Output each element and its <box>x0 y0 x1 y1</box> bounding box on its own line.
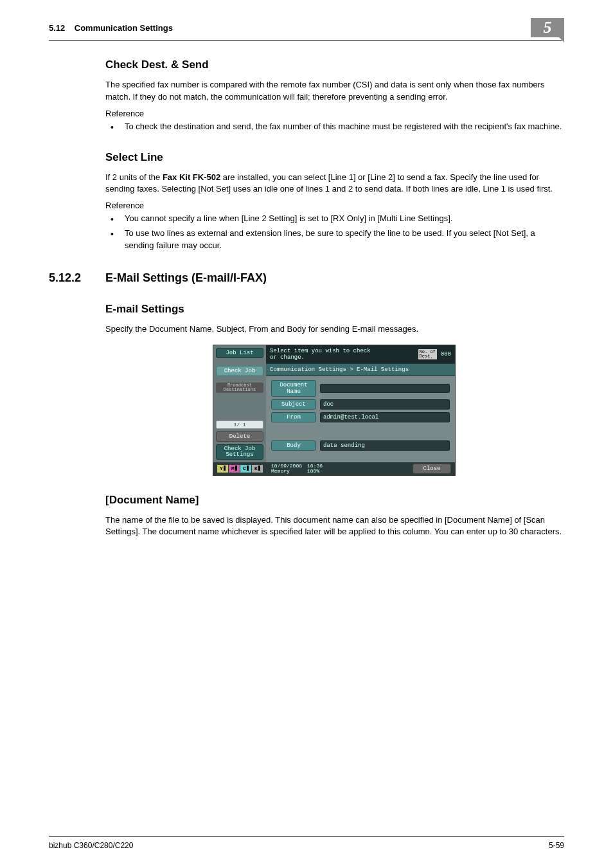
dest-count-value: 000 <box>441 351 451 357</box>
delete-button[interactable]: Delete <box>216 431 263 442</box>
broadcast-dest-label: Broadcast Destinations <box>216 383 263 393</box>
job-list-button[interactable]: Job List <box>216 348 263 358</box>
toner-y-icon: Y <box>217 465 228 473</box>
check-job-settings-button[interactable]: Check Job Settings <box>216 444 263 460</box>
footer-memory-label: Memory <box>271 468 290 474</box>
body-button[interactable]: Body <box>271 440 316 451</box>
bullet-item: You cannot specify a line when [Line 2 S… <box>105 213 563 225</box>
ui-footer-bar: Y M C K 10/09/2008 Memory 16:36 100% Clo… <box>213 462 455 475</box>
body-value: data sending <box>320 440 450 451</box>
chapter-number: 5 <box>544 18 552 37</box>
page-footer: bizhub C360/C280/C220 5-59 <box>49 836 564 850</box>
footer-page-number: 5-59 <box>549 841 564 850</box>
section-number: 5.12 <box>49 23 65 33</box>
page-header: 5.12 Communication Settings 5 <box>49 18 564 41</box>
heading-document-name: [Document Name] <box>105 494 563 507</box>
section-label: 5.12 Communication Settings <box>49 23 173 33</box>
para-select-line: If 2 units of the Fax Kit FK-502 are ins… <box>105 172 563 196</box>
section-title: Communication Settings <box>75 23 173 33</box>
bullet-list-1: To check the destination and send, the f… <box>105 121 563 133</box>
heading-email-settings: E-mail Settings <box>105 303 563 316</box>
from-value: admin@test.local <box>320 412 450 422</box>
check-job-button[interactable]: Check Job <box>216 366 263 376</box>
subsection-heading: 5.12.2 E-Mail Settings (E-mail/I-FAX) <box>105 271 563 285</box>
breadcrumb: Communication Settings > E-Mail Settings <box>266 363 455 376</box>
bullet-item: To check the destination and send, the f… <box>105 121 563 133</box>
para-email-settings: Specify the Document Name, Subject, From… <box>105 323 563 336</box>
heading-select-line: Select Line <box>105 151 563 164</box>
reference-label-2: Reference <box>105 201 563 210</box>
footer-model: bizhub C360/C280/C220 <box>49 841 133 850</box>
toner-c-icon: C <box>240 465 251 473</box>
bullet-item: To use two lines as external and extensi… <box>105 228 563 252</box>
para-document-name: The name of the file to be saved is disp… <box>105 514 563 539</box>
close-button[interactable]: Close <box>413 464 451 474</box>
subject-value: doc <box>320 399 450 410</box>
dest-count-label: No. of Dest. <box>418 349 437 359</box>
from-button[interactable]: From <box>271 412 316 422</box>
toner-indicators: Y M C K <box>217 465 266 473</box>
status-msg-line1: Select item you wish to check <box>270 348 371 354</box>
bullet-list-2: You cannot specify a line when [Line 2 S… <box>105 213 563 252</box>
page-indicator: 1/ 1 <box>216 420 263 429</box>
chapter-badge: 5 <box>531 18 564 37</box>
toner-m-icon: M <box>229 465 240 473</box>
para-check-dest: The specified fax number is compared wit… <box>105 79 563 104</box>
ui-screenshot: Job List Select item you wish to check o… <box>213 345 456 476</box>
subsection-title: E-Mail Settings (E-mail/I-FAX) <box>105 271 267 285</box>
status-msg-line2: or change. <box>270 354 371 361</box>
toner-k-icon: K <box>252 465 263 473</box>
document-name-button[interactable]: Document Name <box>271 380 316 397</box>
subsection-number: 5.12.2 <box>49 271 105 285</box>
footer-memory-value: 100% <box>307 468 319 474</box>
status-message-bar: Select item you wish to check or change.… <box>266 345 455 363</box>
heading-check-dest-send: Check Dest. & Send <box>105 59 563 71</box>
reference-label-1: Reference <box>105 109 563 118</box>
document-name-value <box>320 384 450 393</box>
subject-button[interactable]: Subject <box>271 399 316 410</box>
